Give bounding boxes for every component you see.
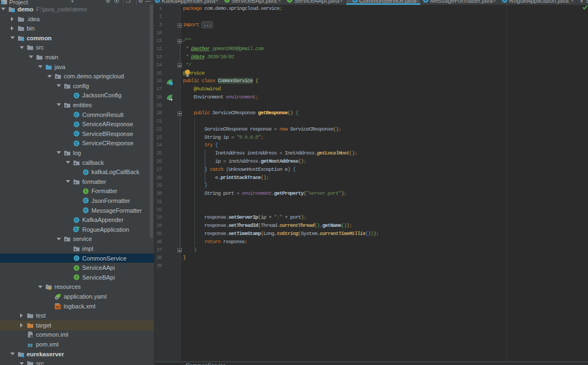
svg-text:<>: <> — [56, 305, 60, 309]
svg-text:C: C — [75, 131, 78, 136]
svg-text:C: C — [75, 112, 78, 117]
svg-text:I: I — [76, 265, 77, 270]
svg-text:C: C — [84, 170, 88, 175]
svg-text:C: C — [75, 256, 78, 261]
svg-text:C: C — [75, 227, 78, 232]
svg-text:C: C — [75, 218, 78, 222]
svg-text:I: I — [76, 275, 77, 280]
svg-text:m: m — [28, 341, 33, 348]
svg-text:C: C — [84, 199, 88, 203]
svg-text:C: C — [84, 208, 88, 213]
svg-text:C: C — [75, 141, 78, 146]
svg-text:C: C — [75, 93, 78, 98]
svg-text:I: I — [85, 189, 86, 194]
svg-text:C: C — [75, 122, 78, 127]
